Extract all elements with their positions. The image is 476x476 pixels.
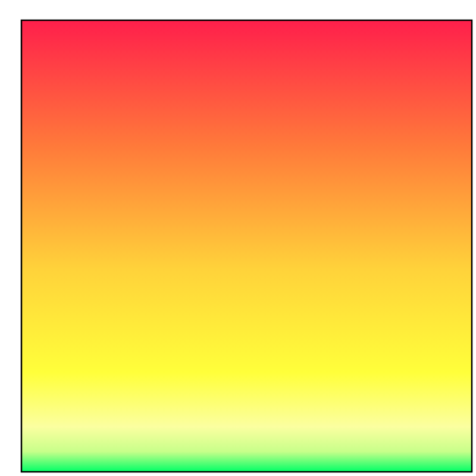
gradient-background <box>21 20 472 472</box>
chart-stage <box>0 0 476 476</box>
bottleneck-chart <box>0 0 476 476</box>
